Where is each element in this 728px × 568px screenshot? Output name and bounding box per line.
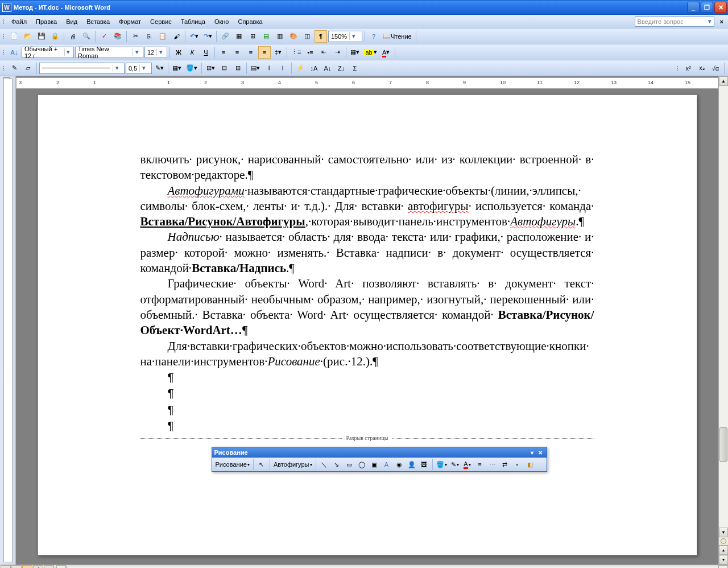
help-button[interactable]: ? <box>367 30 380 43</box>
numbered-list-button[interactable]: ⋮≡ <box>289 46 303 59</box>
print-layout-view-button[interactable]: ▤ <box>22 565 32 568</box>
menu-edit[interactable]: Правка <box>31 17 61 26</box>
show-marks-button[interactable]: ¶ <box>315 30 327 43</box>
sort-desc-button[interactable]: Z↓ <box>335 62 348 75</box>
shading-button[interactable]: 🪣▾ <box>184 62 199 75</box>
drawing-toolbar-titlebar[interactable]: Рисование ▾ ✕ <box>212 447 547 458</box>
fill-color-button[interactable]: 🪣▾ <box>435 459 448 470</box>
print-button[interactable]: 🖨 <box>67 30 79 43</box>
insert-table2-button[interactable]: ⊞▾ <box>204 62 217 75</box>
font-combo[interactable]: Times New Roman ▾ <box>75 47 143 58</box>
autoshapes-menu-button[interactable]: Автофигуры▾ <box>272 459 313 470</box>
styles-pane-button[interactable]: A↓ <box>8 46 20 59</box>
distribute-rows-button[interactable]: ⫴ <box>263 62 275 75</box>
copy-button[interactable]: ⎘ <box>143 30 155 43</box>
excel-button[interactable]: ▤ <box>260 30 272 43</box>
italic-button[interactable]: К <box>186 46 198 59</box>
columns-button[interactable]: ▥ <box>274 30 286 43</box>
3d-button[interactable]: ◧ <box>524 459 536 470</box>
scroll-down-button[interactable]: ▼ <box>719 528 728 537</box>
grip-icon[interactable] <box>676 66 680 71</box>
save-button[interactable]: 💾 <box>35 30 48 43</box>
help-search-input[interactable]: Введите вопрос ▾ <box>635 17 714 27</box>
scroll-up-button[interactable]: ▲ <box>719 76 728 86</box>
borders-button[interactable]: ▦▾ <box>349 46 361 59</box>
split-cells-button[interactable]: ⊞ <box>231 62 244 75</box>
grip-icon[interactable] <box>2 34 6 39</box>
print-preview-button[interactable]: 🔍 <box>80 30 93 43</box>
size-combo[interactable]: 12 ▾ <box>144 47 167 58</box>
text-direction-button[interactable]: ↕A <box>308 62 320 75</box>
grip-icon[interactable] <box>2 50 6 55</box>
rectangle-tool-button[interactable]: ▭ <box>344 459 355 470</box>
menu-view[interactable]: Вид <box>61 17 82 26</box>
line-style-button[interactable]: ≡ <box>474 459 486 470</box>
drawing-toolbar-button[interactable]: 🎨 <box>287 30 300 43</box>
align-right-button[interactable]: ≡ <box>245 46 257 59</box>
open-button[interactable]: 📂 <box>22 30 34 43</box>
style-combo[interactable]: Обычный + 12 г ▾ <box>22 47 74 58</box>
select-objects-button[interactable]: ↖ <box>256 459 267 470</box>
menu-file[interactable]: Файл <box>7 17 31 26</box>
next-page-button[interactable]: ▾ <box>719 555 728 565</box>
maximize-button[interactable]: ❐ <box>701 2 713 13</box>
highlight-button[interactable]: ab▾ <box>362 46 378 59</box>
subscript-button[interactable]: x₂ <box>696 62 708 75</box>
toolbar-options-button[interactable]: ▾ <box>528 448 536 456</box>
border-color-button[interactable]: ✎▾ <box>153 62 166 75</box>
cut-button[interactable]: ✂ <box>129 30 142 43</box>
grip-icon[interactable] <box>2 66 6 71</box>
normal-view-button[interactable]: ≡ <box>1 565 11 568</box>
menu-table[interactable]: Таблица <box>176 17 210 26</box>
research-button[interactable]: 📚 <box>111 30 124 43</box>
horizontal-scrollbar[interactable]: ◀ ▶ <box>56 565 728 569</box>
minimize-button[interactable]: _ <box>687 2 700 13</box>
permissions-button[interactable]: 🔒 <box>49 30 61 43</box>
clipart-button[interactable]: 👤 <box>406 459 417 470</box>
align-center-button[interactable]: ≡ <box>231 46 243 59</box>
zoom-combo[interactable]: 150% ▾ <box>328 31 362 42</box>
page-container[interactable]: включить· рисунок,· нарисованный· самост… <box>16 89 718 565</box>
align-cell-button[interactable]: ▤▾ <box>249 62 262 75</box>
merge-cells-button[interactable]: ⊟ <box>218 62 230 75</box>
drawing-floating-toolbar[interactable]: Рисование ▾ ✕ Рисование▾ ↖ Автофигуры▾ ＼… <box>212 447 547 472</box>
wordart-button[interactable]: A <box>381 459 392 470</box>
menu-service[interactable]: Сервис <box>146 17 176 26</box>
page[interactable]: включить· рисунок,· нарисованный· самост… <box>38 94 697 555</box>
reading-button[interactable]: 📖Чтение <box>381 30 413 43</box>
spellcheck-button[interactable]: ✓ <box>98 30 110 43</box>
bold-button[interactable]: Ж <box>172 46 185 59</box>
scroll-left-button[interactable]: ◀ <box>56 565 66 569</box>
menu-help[interactable]: Справка <box>233 17 267 26</box>
align-left-button[interactable]: ≡ <box>217 46 230 59</box>
document-text[interactable]: включить· рисунок,· нарисованный· самост… <box>140 152 594 446</box>
close-button[interactable]: ✕ <box>714 2 727 13</box>
picture-button[interactable]: 🖼 <box>419 459 430 470</box>
align-justify-button[interactable]: ≡ <box>258 46 271 59</box>
new-doc-button[interactable]: 📄 <box>8 30 20 43</box>
undo-button[interactable]: ↶▾ <box>188 30 200 43</box>
superscript-button[interactable]: x² <box>682 62 694 75</box>
arrow-tool-button[interactable]: ↘ <box>331 459 342 470</box>
doc-map-button[interactable]: ◫ <box>301 30 313 43</box>
autosum-button[interactable]: Σ <box>349 62 361 75</box>
eraser-button[interactable]: ▱ <box>22 62 34 75</box>
bullet-list-button[interactable]: •≡ <box>304 46 316 59</box>
equation-button[interactable]: √α <box>709 62 722 75</box>
font-color-button2[interactable]: A▾ <box>462 459 473 470</box>
line-color-button[interactable]: ✎▾ <box>449 459 461 470</box>
hyperlink-button[interactable]: 🔗 <box>219 30 231 43</box>
outline-view-button[interactable]: ⋮ <box>33 565 43 568</box>
increase-indent-button[interactable]: ⇥ <box>331 46 344 59</box>
line-spacing-button[interactable]: ‡▾ <box>272 46 284 59</box>
distribute-cols-button[interactable]: ⫲ <box>276 62 289 75</box>
oval-tool-button[interactable]: ◯ <box>356 459 367 470</box>
sort-asc-button[interactable]: A↓ <box>321 62 334 75</box>
toolbar-close-button[interactable]: ✕ <box>536 448 544 456</box>
browse-object-button[interactable] <box>721 538 726 544</box>
dash-style-button[interactable]: ⋯ <box>487 459 498 470</box>
scroll-right-button[interactable]: ▶ <box>718 565 728 569</box>
diagram-button[interactable]: ◉ <box>394 459 405 470</box>
font-color-button[interactable]: A▾ <box>380 46 392 59</box>
arrow-style-button[interactable]: ⇄ <box>499 459 511 470</box>
